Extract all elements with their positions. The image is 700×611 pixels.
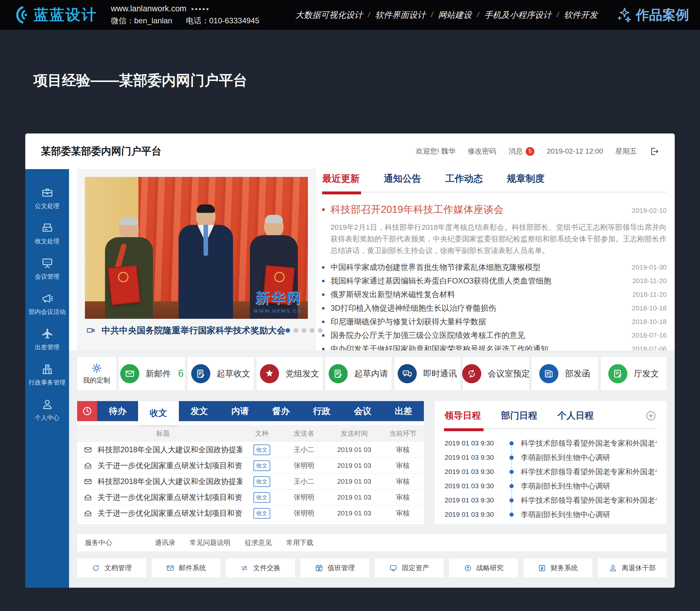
quick-action-label: 起草收文: [217, 368, 250, 379]
news-list-item[interactable]: 中国科学家成功创建世界首批生物节律紊乱体细胞克隆猴模型2019-01-30: [322, 260, 667, 274]
note-pen-circle: [608, 364, 627, 383]
quick-action-my-customization[interactable]: 我的定制: [77, 357, 116, 390]
portfolio-link[interactable]: 作品案例: [616, 6, 689, 24]
todo-tab-5[interactable]: 督办: [261, 401, 302, 421]
quick-action-draft-internal-request[interactable]: 起草内请: [325, 357, 391, 390]
mail-icon: [166, 564, 175, 572]
app-button-strategy-research[interactable]: 战略研究: [449, 558, 518, 577]
schedule-item[interactable]: 2019 01 03 9:30李萌副部长到生物中心调研: [444, 450, 657, 465]
carousel-dot-3[interactable]: [302, 328, 306, 333]
quick-action-office-issue-doc[interactable]: 厅发文: [601, 357, 667, 390]
news-tab-2[interactable]: 通知公告: [384, 172, 421, 185]
add-schedule-button[interactable]: [645, 410, 657, 422]
todo-table-row[interactable]: 关于进一步优化国家重点研发计划项目和资金管理的通知收文张明明2019 01 03…: [77, 505, 424, 521]
sidebar-item-internal-meeting-activities[interactable]: 部内会议活动: [25, 292, 69, 327]
app-button-mail-system[interactable]: 邮件系统: [152, 558, 221, 577]
quick-action-instant-messaging[interactable]: 即时通讯: [394, 357, 460, 390]
todo-tab-4[interactable]: 内请: [220, 401, 261, 421]
todo-row-title: 关于进一步优化国家重点研发计划项目和资金管理的通知: [98, 492, 243, 503]
todo-tabs: 待办收文发文内请督办行政会议出差: [97, 401, 424, 421]
news-tab-3[interactable]: 工作动态: [445, 172, 483, 185]
schedule-item-text: 科学技术部领导看望外国老专家和外国老专家家属: [521, 438, 657, 448]
app-button-label: 文件交换: [253, 563, 280, 572]
sidebar-item-doc-processing[interactable]: 公文处理: [25, 186, 69, 221]
sidebar-item-meeting-management[interactable]: 会议管理: [25, 257, 69, 292]
user-area: 欢迎您! 魏华 修改密码 消息 5 2019-02-12 12:00 星期五: [416, 146, 659, 157]
sidebar-item-receive-doc-processing[interactable]: 收文处理: [25, 221, 69, 257]
schedule-item-text: 李萌副部长到生物中心调研: [521, 510, 610, 520]
quick-action-label: 党组发文: [286, 368, 319, 379]
carousel-photo[interactable]: 新华网 WWW.NEWS.CN: [85, 177, 308, 319]
app-button-retired-cadres[interactable]: 离退休干部: [598, 558, 667, 577]
quick-action-new-mail[interactable]: 新邮件6: [119, 357, 185, 390]
schedule-item[interactable]: 2019 01 03 9:30李萌副部长到生物中心调研: [444, 507, 657, 522]
service-link-1[interactable]: 服务中心: [85, 538, 112, 547]
news-item-date: 2018-10-18: [626, 304, 667, 312]
news-headline[interactable]: 科技部召开2019年科技工作媒体座谈会: [331, 203, 504, 217]
schedule-item-text: 科学技术部领导看望外国老专家和外国老专家家属: [521, 495, 657, 505]
news-summary: 2019年2月1日，科技部举行2018年度考核总结表彰会。科技部部长、党组书记王…: [331, 222, 667, 257]
schedule-item[interactable]: 2019 01 03 9:30李萌副部长到生物中心调研: [444, 479, 657, 493]
sidebar-item-business-trip-management[interactable]: 出差管理: [25, 327, 69, 362]
logo[interactable]: 蓝蓝设计: [11, 5, 97, 25]
news-list-item[interactable]: 中办印发关于做好国家勋章和国家荣誉称号提名评选工作的通知2018-07-06: [322, 342, 667, 351]
todo-tab-8[interactable]: 出差: [383, 401, 424, 421]
change-password-link[interactable]: 修改密码: [468, 146, 496, 156]
schedule-tab-1[interactable]: 领导日程: [444, 409, 481, 422]
todo-tab-2[interactable]: 收文: [138, 401, 179, 425]
carousel-dot-2[interactable]: [294, 328, 298, 333]
carousel-dot-5[interactable]: [318, 328, 322, 333]
quick-action-meeting-room-booking[interactable]: 会议室预定: [463, 357, 529, 390]
nav-item-2[interactable]: 软件界面设计: [375, 10, 426, 21]
app-button-duty-management[interactable]: 值班管理: [301, 558, 369, 577]
schedule-item[interactable]: 2019 01 03 9:30科学技术部领导看望外国老专家和外国老专家家属: [444, 465, 657, 479]
logout-icon[interactable]: [649, 146, 659, 157]
service-link-5[interactable]: 常用下载: [286, 538, 313, 547]
quick-action-party-group-doc[interactable]: 党组发文: [257, 357, 322, 390]
timeline-dot: [509, 470, 514, 474]
schedule-tab-2[interactable]: 部门日程: [501, 409, 537, 422]
app-button-fixed-assets[interactable]: 固定资产: [375, 558, 444, 577]
todo-tab-1[interactable]: 待办: [97, 401, 138, 421]
todo-tab-3[interactable]: 发文: [179, 401, 220, 421]
news-list-item[interactable]: 俄罗斯研发出新型纳米磁性复合材料2018-11-20: [322, 288, 667, 301]
nav-item-3[interactable]: 网站建设: [438, 10, 472, 21]
nav-item-5[interactable]: 软件开发: [564, 10, 598, 21]
quick-action-draft-receive-doc[interactable]: 起草收文: [188, 357, 253, 390]
service-link-3[interactable]: 常见问题说明: [190, 538, 230, 547]
schedule-tab-3[interactable]: 个人日程: [557, 409, 594, 422]
todo-tab-7[interactable]: 会议: [342, 401, 383, 421]
news-headline-date: 2019-02-10: [626, 207, 667, 214]
schedule-tabbar: 领导日程部门日程个人日程: [444, 409, 657, 429]
sidebar-item-personal-center[interactable]: 个人中心: [25, 398, 69, 433]
sidebar-item-admin-affairs-management[interactable]: 行政事务管理: [25, 362, 69, 398]
messages-link[interactable]: 消息 5: [509, 146, 535, 156]
news-tab-1[interactable]: 最近更新: [322, 172, 360, 185]
news-tab-4[interactable]: 规章制度: [507, 172, 544, 185]
app-button-file-exchange[interactable]: 文件交换: [226, 558, 295, 577]
todo-table-row[interactable]: 科技部2018年全国人大建议和全国政协提案办理情况收文王小二2019 01 03…: [77, 442, 424, 458]
nav-item-4[interactable]: 手机及小程序设计: [484, 10, 552, 21]
app-button-document-management[interactable]: 文档管理: [77, 558, 146, 577]
service-link-2[interactable]: 通讯录: [155, 538, 175, 547]
carousel-dot-1[interactable]: [286, 328, 290, 333]
todo-table-row[interactable]: 关于进一步优化国家重点研发计划项目和资金管理的通知收文张明明2019 01 03…: [77, 490, 424, 505]
site-url[interactable]: www.lanlanwork.com: [111, 4, 186, 13]
nav-item-1[interactable]: 大数据可视化设计: [295, 10, 363, 21]
todo-table-row[interactable]: 科技部2018年全国人大建议和全国政协提案办理情况收文王小二2019 01 03…: [77, 474, 424, 490]
carousel-caption[interactable]: 中共中央国务院隆重举行国家科学技术奖励大会: [102, 325, 286, 336]
doc-type-badge: 收文: [253, 460, 270, 471]
carousel-dot-4[interactable]: [310, 328, 315, 333]
presentation-icon: [41, 257, 54, 270]
quick-action-ministry-letter[interactable]: 部发函: [532, 357, 598, 390]
news-list-item[interactable]: 国务院办公厅关于加强三级公立医院绩效考核工作的意见2018-07-16: [322, 328, 667, 342]
schedule-item[interactable]: 2019 01 03 9:30科学技术部领导看望外国老专家和外国老专家家属: [444, 436, 657, 450]
todo-table-row[interactable]: 关于进一步优化国家重点研发计划项目和资金管理的通知收文张明明2019 01 03…: [77, 458, 424, 474]
app-button-finance-system[interactable]: 财务系统: [523, 558, 593, 577]
news-list-item[interactable]: 印尼珊瑚礁保护与修复计划获得大量科学数据2018-10-18: [322, 315, 667, 328]
todo-tab-6[interactable]: 行政: [302, 401, 342, 421]
schedule-item[interactable]: 2019 01 03 9:30科学技术部领导看望外国老专家和外国老专家家属: [444, 493, 657, 507]
news-list-item[interactable]: 我国科学家通过基因编辑长寿蛋白FOXO3获得优质人类血管细胞2018-11-20: [322, 274, 667, 288]
news-list-item[interactable]: 3D打印植入物促进神经细胞生长以治疗脊髓损伤2018-10-18: [322, 301, 667, 315]
service-link-4[interactable]: 征求意见: [245, 538, 272, 547]
